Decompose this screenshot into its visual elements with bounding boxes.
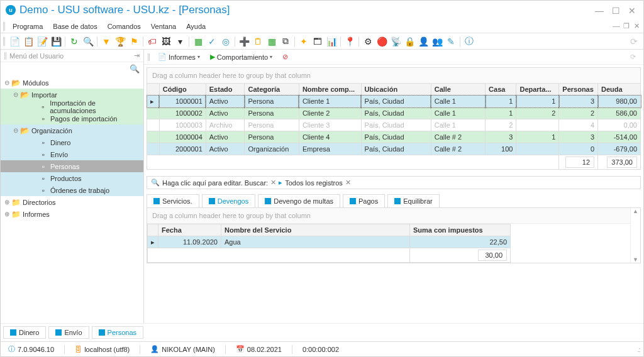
table-cell[interactable]: Persona: [245, 119, 299, 131]
table-cell[interactable]: 4: [559, 119, 598, 131]
tree-item[interactable]: ▫Personas: [1, 160, 143, 172]
scroll-up-icon[interactable]: ▲: [633, 208, 638, 214]
table-cell[interactable]: País, Ciudad: [361, 107, 431, 119]
tree-item[interactable]: ▫Pagos de importación: [1, 113, 143, 124]
toolbar-user-icon[interactable]: 👤: [417, 35, 430, 48]
detail-tab[interactable]: Pagos: [343, 194, 385, 207]
table-cell[interactable]: Calle 1: [431, 107, 485, 119]
behavior-button[interactable]: ▶ Comportamiento ▾: [206, 52, 276, 62]
table-cell[interactable]: Cliente 1: [299, 96, 361, 107]
table-cell[interactable]: 0,00: [598, 119, 641, 131]
table-cell[interactable]: Persona: [245, 96, 299, 107]
table-cell[interactable]: Calle 1: [431, 96, 485, 107]
table-cell[interactable]: Activo: [206, 107, 245, 119]
table-cell[interactable]: [516, 143, 559, 155]
detail-tab[interactable]: Servicios.: [147, 194, 199, 207]
table-cell[interactable]: País, Ciudad: [361, 119, 431, 131]
table-cell[interactable]: Calle # 2: [431, 131, 485, 143]
persons-grid[interactable]: CódigoEstadoCategoríaNombre comp...Ubica…: [147, 83, 641, 170]
table-cell[interactable]: 1: [486, 107, 516, 119]
column-header[interactable]: Ubicación: [361, 84, 431, 96]
table-cell[interactable]: Empresa: [299, 143, 361, 155]
table-cell[interactable]: Cliente 4: [299, 131, 361, 143]
filter-bar[interactable]: 🔍 Haga clic aquí para editar. Buscar: ✕ …: [147, 176, 641, 189]
table-cell[interactable]: Cliente 2: [299, 107, 361, 119]
toolbar-pin-icon[interactable]: 📍: [343, 35, 356, 48]
table-cell[interactable]: 2: [559, 107, 598, 119]
column-header[interactable]: Casa: [486, 84, 516, 96]
toolbar-chart-icon[interactable]: 📊: [325, 35, 338, 48]
close-button[interactable]: ✕: [626, 6, 638, 14]
detail-tab[interactable]: Devengos: [202, 194, 256, 207]
column-header[interactable]: Categoría: [245, 84, 299, 96]
toolbar-table-icon[interactable]: ⧉: [279, 35, 292, 48]
vertical-scrollbar[interactable]: ▲ ▼: [630, 208, 640, 263]
table-cell[interactable]: 1000002: [159, 107, 206, 119]
table-row[interactable]: ▸11.09.2020Agua22,50: [148, 236, 511, 248]
toolbar-info-icon[interactable]: ⓘ: [463, 35, 475, 48]
table-cell[interactable]: 2000001: [159, 143, 206, 155]
table-cell[interactable]: 0: [559, 143, 598, 155]
toolbar-trophy-icon[interactable]: 🏆: [114, 35, 126, 48]
table-cell[interactable]: Agua: [221, 236, 410, 248]
table-cell[interactable]: Calle 1: [431, 119, 485, 131]
column-header[interactable]: Calle: [431, 84, 485, 96]
menu-ventana[interactable]: Ventana: [146, 21, 181, 31]
toolbar-save-icon[interactable]: 💾: [50, 35, 62, 48]
table-cell[interactable]: 100: [486, 143, 516, 155]
mdi-minimize-button[interactable]: —: [612, 22, 621, 31]
table-cell[interactable]: Persona: [245, 107, 299, 119]
window-tab[interactable]: Envío: [48, 326, 89, 339]
table-cell[interactable]: Cliente 3: [299, 119, 361, 131]
toolbar-edit-icon[interactable]: 📝: [36, 35, 48, 48]
pin-icon[interactable]: ⇥: [134, 52, 140, 60]
menu-base-de-datos[interactable]: Base de datos: [48, 21, 102, 31]
table-cell[interactable]: 1000003: [159, 119, 206, 131]
table-cell[interactable]: 1: [516, 131, 559, 143]
table-cell[interactable]: -679,00: [598, 143, 641, 155]
table-cell[interactable]: Activo: [206, 96, 245, 107]
mdi-close-button[interactable]: ✕: [632, 22, 641, 31]
toolbar-add-icon[interactable]: ➕: [238, 35, 250, 48]
column-header[interactable]: Nombre comp...: [299, 84, 361, 96]
table-cell[interactable]: País, Ciudad: [361, 96, 431, 107]
column-header[interactable]: Fecha: [158, 224, 221, 236]
maximize-button[interactable]: ☐: [609, 6, 622, 14]
table-cell[interactable]: 11.09.2020: [158, 236, 221, 248]
scroll-down-icon[interactable]: ▼: [633, 256, 638, 263]
group-hint[interactable]: Drag a column header here to group by th…: [147, 67, 641, 83]
toolbar-note-icon[interactable]: 🗒: [252, 35, 264, 48]
table-cell[interactable]: País, Ciudad: [361, 143, 431, 155]
tree-item[interactable]: ⊕📁Informes: [1, 208, 143, 220]
reports-button[interactable]: 📄 Informes ▾: [154, 52, 204, 62]
table-cell[interactable]: -514,00: [598, 131, 641, 143]
toolbar-grid-icon[interactable]: ▦: [192, 35, 204, 48]
table-row[interactable]: ▸1000001ActivoPersonaCliente 1País, Ciud…: [147, 96, 641, 107]
toolbar-star-icon[interactable]: ✦: [297, 35, 310, 48]
table-row[interactable]: 1000002ActivoPersonaCliente 2País, Ciuda…: [147, 107, 641, 119]
subgrid-group-hint[interactable]: Drag a column header here to group by th…: [147, 208, 630, 224]
table-cell[interactable]: [516, 119, 559, 131]
detail-tab[interactable]: Devengo de multas: [258, 194, 340, 207]
twist-icon[interactable]: ⊖: [3, 79, 11, 86]
table-cell[interactable]: 1000001: [159, 96, 206, 107]
toolbar-users-icon[interactable]: 👥: [431, 35, 443, 48]
menu-comandos[interactable]: Comandos: [103, 21, 146, 31]
table-cell[interactable]: 1: [486, 96, 516, 107]
toolbar-target-icon[interactable]: ◎: [219, 35, 232, 48]
window-tab[interactable]: Personas: [92, 326, 143, 339]
table-cell[interactable]: Archivo: [206, 119, 245, 131]
stop-button[interactable]: ⊘: [279, 52, 294, 62]
toolbar-search-icon[interactable]: 🔍: [82, 35, 94, 48]
detail-grid[interactable]: FechaNombre del ServicioSuma con impuest…: [147, 224, 511, 263]
tree-item[interactable]: ▫Envío: [1, 148, 143, 160]
menu-programa[interactable]: Programa: [8, 21, 48, 31]
table-cell[interactable]: Organización: [245, 143, 299, 155]
table-cell[interactable]: Activo: [206, 143, 245, 155]
column-header[interactable]: Estado: [206, 84, 245, 96]
table-cell[interactable]: 3: [559, 96, 598, 107]
toolbar-filter-icon[interactable]: ▼: [100, 35, 113, 48]
resize-grip-icon[interactable]: ..::: [637, 346, 640, 353]
twist-icon[interactable]: ⊖: [12, 127, 19, 134]
sub-more-icon[interactable]: ⟳: [626, 52, 640, 62]
